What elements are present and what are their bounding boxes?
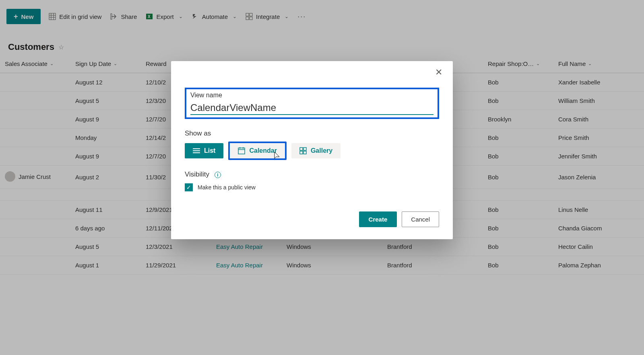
show-as-label: Show as	[185, 129, 439, 137]
public-view-label: Make this a public view	[198, 184, 256, 191]
create-button[interactable]: Create	[359, 211, 397, 227]
svg-rect-15	[238, 148, 245, 154]
show-as-list-label: List	[204, 147, 215, 154]
view-name-input[interactable]	[190, 101, 433, 115]
show-as-calendar[interactable]: Calendar	[228, 142, 286, 160]
public-view-row[interactable]: ✓ Make this a public view	[185, 183, 439, 191]
calendar-icon	[238, 147, 245, 154]
svg-rect-20	[303, 148, 306, 150]
svg-rect-22	[303, 151, 306, 154]
visibility-label-row: Visibility i	[185, 170, 439, 179]
view-name-highlight: View name	[185, 88, 439, 119]
info-icon[interactable]: i	[215, 172, 221, 178]
checkbox-checked-icon[interactable]: ✓	[185, 183, 193, 191]
svg-rect-21	[300, 151, 303, 154]
show-as-gallery-label: Gallery	[311, 147, 332, 154]
view-name-label: View name	[190, 92, 433, 99]
close-icon: ✕	[435, 67, 442, 77]
cancel-button[interactable]: Cancel	[402, 211, 439, 227]
show-as-list[interactable]: List	[185, 143, 223, 158]
close-button[interactable]: ✕	[433, 68, 445, 77]
svg-rect-19	[300, 148, 303, 150]
show-as-options: List Calendar Gallery	[185, 142, 439, 160]
list-icon	[193, 148, 200, 154]
show-as-gallery[interactable]: Gallery	[291, 143, 341, 158]
dialog-actions: Create Cancel	[185, 211, 439, 227]
visibility-label: Visibility	[185, 170, 209, 178]
gallery-icon	[299, 147, 307, 154]
create-view-dialog: ✕ View name Show as List Calendar	[171, 61, 453, 239]
cursor-icon	[273, 151, 281, 161]
